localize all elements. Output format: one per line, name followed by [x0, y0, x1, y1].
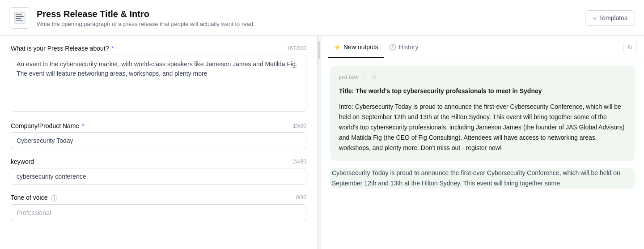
output-text-2: Cybersecurity Today is proud to announce… [332, 168, 633, 189]
output-area: just now ☆ ⧉ Title: The world's top cybe… [321, 59, 644, 249]
clock-icon: 🕐 [389, 44, 396, 51]
counter-company-name: 19/80 [293, 123, 306, 129]
svg-rect-4 [16, 20, 23, 21]
counter-tone-of-voice: 0/80 [296, 194, 306, 201]
counter-keyword: 24/80 [293, 159, 306, 165]
page-subtitle: Write the opening paragraph of a press r… [37, 21, 585, 27]
right-panel: ⚡ New outputs 🕐 History ↻ just now ☆ ⧉ [321, 36, 644, 249]
field-group-press-release-about: What is your Press Release about? * 167/… [11, 45, 306, 113]
tone-of-voice-input[interactable] [11, 204, 306, 221]
label-company-name: Company/Product Name * [11, 122, 85, 129]
field-label-row-3: keyword 24/80 [11, 158, 306, 165]
company-name-input[interactable] [11, 132, 306, 149]
press-release-about-input[interactable]: An event in the cybersecurity market, wi… [11, 55, 306, 112]
output-meta-1: just now ☆ ⧉ [339, 73, 626, 81]
field-group-tone-of-voice: Tone of voice i 0/80 [11, 194, 306, 221]
refresh-button[interactable]: ↻ [623, 41, 637, 54]
output-card-1: just now ☆ ⧉ Title: The world's top cybe… [330, 66, 635, 161]
star-icon-1[interactable]: ☆ [362, 73, 368, 81]
output-body-1: Intro: Cybersecurity Today is proud to a… [339, 102, 626, 153]
chevrons-left-icon: « [593, 14, 596, 21]
field-label-row-1: What is your Press Release about? * 167/… [11, 45, 306, 52]
field-group-keyword: keyword 24/80 [11, 158, 306, 185]
panel-divider [318, 36, 321, 249]
svg-rect-3 [16, 18, 21, 19]
tabs-bar: ⚡ New outputs 🕐 History ↻ [321, 36, 644, 59]
field-group-company-name: Company/Product Name * 19/80 [11, 122, 306, 149]
output-title-1: Title: The world's top cybersecurity pro… [339, 86, 626, 96]
tab-history-label: History [399, 43, 419, 51]
label-press-release-about: What is your Press Release about? * [11, 45, 114, 52]
lightning-icon: ⚡ [334, 44, 341, 51]
tab-new-outputs-label: New outputs [343, 43, 378, 51]
counter-press-release-about: 167/600 [287, 45, 306, 52]
tab-new-outputs[interactable]: ⚡ New outputs [328, 37, 384, 58]
main-layout: What is your Press Release about? * 167/… [0, 36, 644, 249]
page-title: Press Release Title & Intro [37, 8, 585, 20]
templates-label: Templates [599, 14, 627, 21]
keyword-input[interactable] [11, 168, 306, 185]
left-panel: What is your Press Release about? * 167/… [0, 36, 318, 249]
tone-info-icon[interactable]: i [51, 195, 57, 202]
tab-history[interactable]: 🕐 History [384, 37, 424, 58]
copy-icon-1[interactable]: ⧉ [372, 73, 376, 81]
field-label-row-4: Tone of voice i 0/80 [11, 194, 306, 202]
output-text-1: Title: The world's top cybersecurity pro… [339, 86, 626, 154]
svg-rect-2 [16, 16, 24, 17]
app-icon [9, 7, 30, 29]
header-text: Press Release Title & Intro Write the op… [37, 8, 585, 27]
scroll-handle [318, 41, 320, 59]
label-tone-of-voice: Tone of voice i [11, 194, 57, 202]
templates-button[interactable]: « Templates [585, 10, 635, 26]
refresh-icon: ↻ [627, 44, 633, 51]
header: Press Release Title & Intro Write the op… [0, 0, 644, 36]
output-card-2: Cybersecurity Today is proud to announce… [330, 168, 635, 189]
svg-rect-1 [16, 14, 22, 15]
output-timestamp-1: just now [339, 74, 359, 80]
field-label-row-2: Company/Product Name * 19/80 [11, 122, 306, 129]
label-keyword: keyword [11, 158, 34, 165]
